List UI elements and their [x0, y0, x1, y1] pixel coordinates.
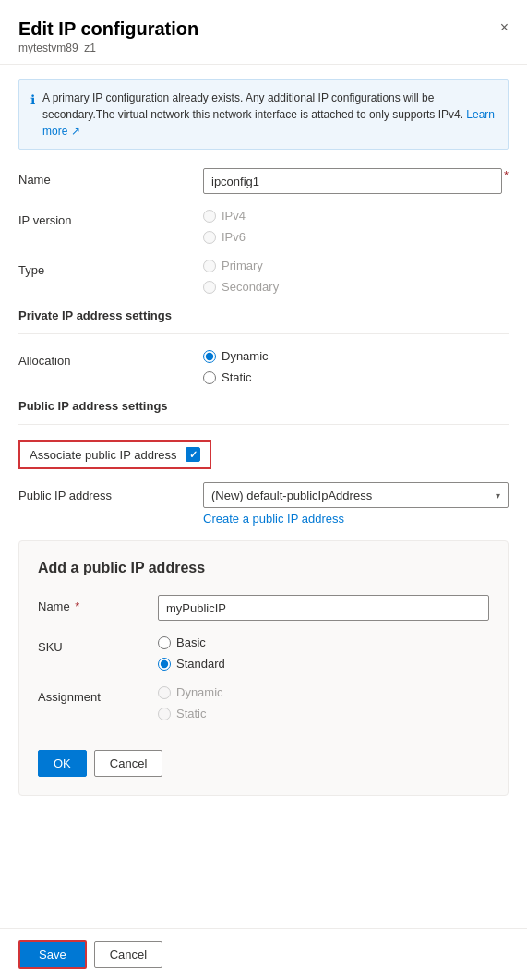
- ip-version-radio-group: IPv4 IPv6: [203, 209, 509, 244]
- chevron-down-icon: ▾: [496, 490, 500, 501]
- standard-radio[interactable]: [158, 658, 171, 671]
- info-banner-text: A primary IP configuration already exist…: [42, 90, 497, 139]
- ip-version-control: IPv4 IPv6: [203, 209, 509, 244]
- allocation-radio-group: Dynamic Static: [203, 349, 509, 384]
- edit-ip-configuration-panel: Edit IP configuration mytestvm89_z1 × ℹ …: [0, 0, 527, 980]
- primary-label: Primary: [222, 259, 263, 272]
- standard-sku-option[interactable]: Standard: [158, 657, 489, 671]
- private-section-header: Private IP address settings: [18, 309, 509, 322]
- static-allocation-option[interactable]: Static: [203, 370, 509, 384]
- sub-sku-label: SKU: [38, 635, 158, 654]
- dynamic-allocation-option[interactable]: Dynamic: [203, 349, 509, 363]
- ok-button[interactable]: OK: [38, 750, 87, 777]
- ipv6-option[interactable]: IPv6: [203, 230, 509, 244]
- sub-name-row: Name *: [38, 595, 489, 621]
- type-row: Type Primary Secondary: [18, 259, 509, 294]
- allocation-row: Allocation Dynamic Static: [18, 349, 509, 384]
- static-radio[interactable]: [203, 371, 216, 384]
- associate-checkbox[interactable]: [186, 447, 200, 462]
- external-link-icon: ↗: [71, 125, 80, 138]
- sub-name-label: Name *: [38, 595, 158, 613]
- sub-assignment-label: Assignment: [38, 685, 158, 704]
- static-assignment-label: Static: [176, 707, 207, 720]
- close-button[interactable]: ×: [497, 17, 512, 39]
- cancel-sub-button[interactable]: Cancel: [94, 750, 162, 777]
- standard-label: Standard: [176, 657, 225, 671]
- name-control: [203, 168, 502, 194]
- add-public-ip-panel: Add a public IP address Name * SKU: [18, 540, 509, 796]
- panel-body: ℹ A primary IP configuration already exi…: [0, 65, 527, 928]
- sku-radio-group: Basic Standard: [158, 635, 489, 671]
- save-button[interactable]: Save: [18, 940, 87, 969]
- public-ip-row: Public IP address (New) default-publicIp…: [18, 482, 509, 508]
- name-input[interactable]: [203, 168, 502, 194]
- associate-row: Associate public IP address: [18, 440, 211, 469]
- name-row: Name *: [18, 168, 509, 194]
- sub-name-required: *: [75, 599, 79, 613]
- name-label: Name: [18, 168, 203, 187]
- basic-sku-option[interactable]: Basic: [158, 635, 489, 649]
- secondary-radio[interactable]: [203, 281, 216, 294]
- dynamic-assignment-option[interactable]: Dynamic: [158, 685, 489, 699]
- cancel-footer-button[interactable]: Cancel: [94, 941, 162, 968]
- static-label: Static: [222, 370, 252, 384]
- sub-assignment-control: Dynamic Static: [158, 685, 489, 720]
- type-control: Primary Secondary: [203, 259, 509, 294]
- ipv4-label: IPv4: [222, 209, 246, 223]
- private-divider: [18, 333, 509, 334]
- public-ip-label: Public IP address: [18, 489, 203, 502]
- basic-label: Basic: [176, 635, 206, 649]
- dynamic-radio[interactable]: [203, 350, 216, 363]
- assignment-radio-group: Dynamic Static: [158, 685, 489, 720]
- allocation-label: Allocation: [18, 349, 203, 368]
- panel-footer: Save Cancel: [0, 928, 527, 980]
- dynamic-assignment-radio[interactable]: [158, 686, 171, 699]
- secondary-option[interactable]: Secondary: [203, 280, 509, 294]
- public-ip-dropdown[interactable]: (New) default-publicIpAddress ▾: [203, 482, 509, 508]
- public-ip-dropdown-value: (New) default-publicIpAddress: [211, 489, 372, 502]
- ip-version-label: IP version: [18, 209, 203, 227]
- info-banner: ℹ A primary IP configuration already exi…: [18, 79, 509, 150]
- dynamic-assignment-label: Dynamic: [176, 685, 223, 699]
- type-radio-group: Primary Secondary: [203, 259, 509, 294]
- ipv6-label: IPv6: [222, 230, 246, 244]
- sub-sku-control: Basic Standard: [158, 635, 489, 671]
- panel-header: Edit IP configuration mytestvm89_z1 ×: [0, 0, 527, 65]
- ipv6-radio[interactable]: [203, 231, 216, 244]
- sub-panel-actions: OK Cancel: [38, 739, 489, 777]
- dynamic-label: Dynamic: [222, 349, 269, 363]
- static-assignment-option[interactable]: Static: [158, 707, 489, 720]
- sub-sku-row: SKU Basic Standard: [38, 635, 489, 671]
- info-icon: ℹ: [30, 91, 35, 139]
- primary-option[interactable]: Primary: [203, 259, 509, 272]
- public-section-header: Public IP address settings: [18, 399, 509, 413]
- sub-assignment-row: Assignment Dynamic Static: [38, 685, 489, 720]
- name-required-star: *: [504, 168, 509, 182]
- panel-subtitle: mytestvm89_z1: [18, 42, 509, 54]
- static-assignment-radio[interactable]: [158, 708, 171, 720]
- secondary-label: Secondary: [222, 280, 279, 294]
- primary-radio[interactable]: [203, 260, 216, 272]
- create-public-ip-link[interactable]: Create a public IP address: [203, 512, 509, 526]
- sub-panel-title: Add a public IP address: [38, 560, 489, 576]
- type-label: Type: [18, 259, 203, 277]
- panel-title: Edit IP configuration: [18, 18, 509, 40]
- ipv4-radio[interactable]: [203, 210, 216, 223]
- sub-name-input[interactable]: [158, 595, 489, 621]
- associate-label: Associate public IP address: [30, 448, 176, 462]
- ip-version-row: IP version IPv4 IPv6: [18, 209, 509, 244]
- public-divider: [18, 424, 509, 425]
- sub-name-control: [158, 595, 489, 621]
- allocation-control: Dynamic Static: [203, 349, 509, 384]
- basic-radio[interactable]: [158, 636, 171, 649]
- ipv4-option[interactable]: IPv4: [203, 209, 509, 223]
